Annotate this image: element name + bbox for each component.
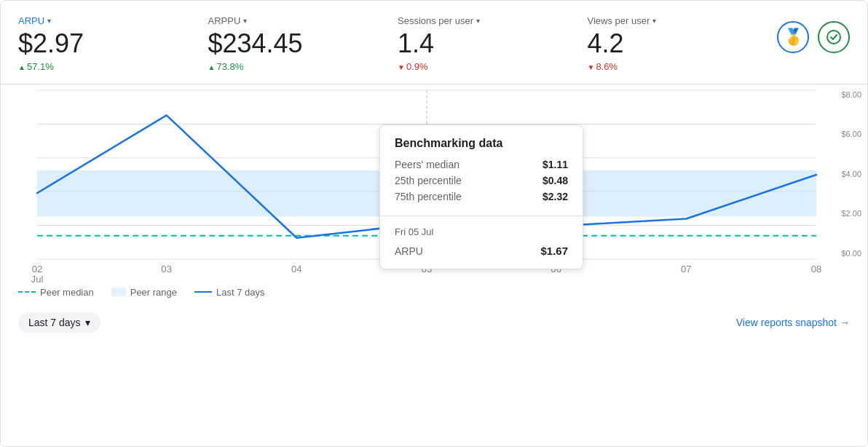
svg-text:Jul: Jul	[31, 274, 44, 285]
metric-arppu: ARPPU ▾ $234.45 73.8%	[208, 15, 398, 72]
tooltip-title: Benchmarking data	[395, 137, 568, 150]
view-reports-link[interactable]: View reports snapshot →	[736, 317, 850, 328]
view-reports-arrow: →	[840, 317, 850, 328]
tooltip-date: Fri 05 Jul	[395, 226, 568, 237]
date-range-chevron: ▾	[85, 317, 90, 328]
views-change-value: 8.6%	[596, 61, 618, 72]
views-label-text: Views per user	[588, 15, 650, 26]
peer-median-line-icon	[18, 291, 36, 293]
arppu-label[interactable]: ARPPU ▾	[208, 15, 381, 26]
last-7-days-label: Last 7 days	[216, 287, 265, 298]
arppu-label-text: ARPPU	[208, 15, 241, 26]
medal-button[interactable]: 🥇	[777, 21, 809, 53]
svg-text:08: 08	[811, 264, 822, 274]
arpu-change: 57.1%	[18, 61, 191, 72]
arpu-value: $2.97	[18, 29, 191, 58]
tooltip-p75-label: 75th percentile	[395, 191, 462, 202]
views-arrow	[588, 61, 596, 72]
last-7-days-line-icon	[194, 291, 212, 293]
arpu-label[interactable]: ARPU ▾	[18, 15, 191, 26]
medal-icon: 🥇	[784, 28, 803, 47]
views-label[interactable]: Views per user ▾	[588, 15, 760, 26]
peer-median-label: Peer median	[40, 287, 94, 298]
tooltip-p25: 25th percentile $0.48	[395, 175, 568, 186]
dashboard-card: ARPU ▾ $2.97 57.1% ARPPU ▾ $234.45 73.8%…	[0, 0, 868, 447]
svg-text:07: 07	[681, 264, 692, 274]
metrics-row: ARPU ▾ $2.97 57.1% ARPPU ▾ $234.45 73.8%…	[1, 1, 867, 84]
card-footer: Last 7 days ▾ View reports snapshot →	[1, 306, 867, 339]
arpu-label-text: ARPU	[18, 15, 44, 26]
benchmarking-tooltip: Benchmarking data Peers' median $1.11 25…	[379, 124, 583, 269]
legend-peer-range: Peer range	[111, 287, 177, 298]
views-change: 8.6%	[588, 61, 760, 72]
metric-views-per-user: Views per user ▾ 4.2 8.6%	[588, 15, 778, 72]
sessions-chevron: ▾	[476, 17, 480, 25]
y-label-8: $8.00	[841, 90, 861, 99]
tooltip-p75-value: $2.32	[542, 191, 568, 202]
chart-legend: Peer median Peer range Last 7 days	[1, 281, 867, 304]
tooltip-header: Benchmarking data Peers' median $1.11 25…	[380, 125, 583, 216]
check-button[interactable]	[818, 21, 850, 53]
icon-buttons: 🥇	[777, 15, 850, 53]
tooltip-p25-label: 25th percentile	[395, 175, 462, 186]
y-label-4: $4.00	[841, 170, 861, 178]
legend-peer-median: Peer median	[18, 287, 94, 298]
sessions-change: 0.9%	[398, 61, 570, 72]
arpu-change-value: 57.1%	[27, 61, 54, 72]
tooltip-metric: ARPU $1.67	[395, 245, 568, 257]
view-reports-text: View reports snapshot	[736, 317, 837, 328]
tooltip-body: Fri 05 Jul ARPU $1.67	[380, 216, 583, 269]
peer-range-label: Peer range	[130, 287, 177, 298]
check-icon	[826, 29, 842, 45]
sessions-value: 1.4	[398, 29, 570, 58]
sessions-label[interactable]: Sessions per user ▾	[398, 15, 570, 26]
sessions-label-text: Sessions per user	[398, 15, 473, 26]
svg-point-0	[827, 31, 840, 44]
metric-sessions-per-user: Sessions per user ▾ 1.4 0.9%	[398, 15, 588, 72]
arppu-change-value: 73.8%	[216, 61, 243, 72]
arppu-value: $234.45	[208, 29, 381, 58]
svg-text:02: 02	[32, 264, 43, 274]
y-axis-labels: $8.00 $6.00 $4.00 $2.00 $0.00	[841, 90, 861, 258]
arpu-chevron: ▾	[47, 17, 51, 25]
tooltip-peers-median-value: $1.11	[542, 159, 568, 170]
tooltip-metric-label: ARPU	[395, 245, 423, 257]
svg-text:03: 03	[161, 264, 172, 274]
y-label-0: $0.00	[841, 249, 861, 258]
peer-range-box-icon	[111, 288, 126, 296]
arppu-arrow	[208, 61, 217, 72]
tooltip-peers-median: Peers' median $1.11	[395, 159, 568, 170]
tooltip-p75: 75th percentile $2.32	[395, 191, 568, 202]
arppu-change: 73.8%	[208, 61, 381, 72]
views-value: 4.2	[588, 29, 760, 58]
y-label-2: $2.00	[841, 209, 861, 218]
views-chevron: ▾	[652, 17, 656, 25]
tooltip-p25-value: $0.48	[542, 175, 568, 186]
tooltip-metric-value: $1.67	[540, 245, 568, 257]
legend-last-7-days: Last 7 days	[194, 287, 265, 298]
y-label-6: $6.00	[841, 130, 861, 138]
svg-text:04: 04	[291, 264, 302, 274]
arppu-chevron: ▾	[243, 17, 247, 25]
date-range-text: Last 7 days	[28, 317, 81, 328]
tooltip-peers-median-label: Peers' median	[395, 159, 459, 170]
arpu-arrow	[18, 61, 27, 72]
sessions-arrow	[398, 61, 406, 72]
date-range-selector[interactable]: Last 7 days ▾	[18, 312, 100, 333]
sessions-change-value: 0.9%	[406, 61, 428, 72]
metric-arpu: ARPU ▾ $2.97 57.1%	[18, 15, 208, 72]
